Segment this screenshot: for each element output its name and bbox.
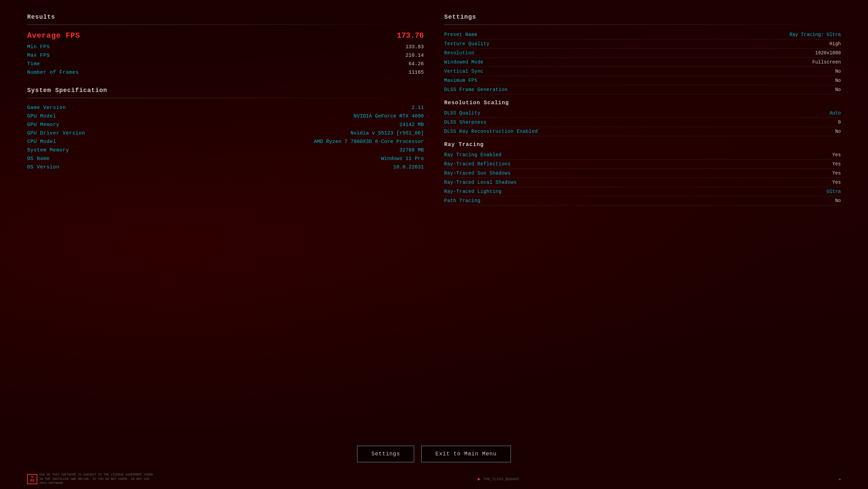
results-title: Results bbox=[27, 14, 424, 20]
average-fps-value: 173.76 bbox=[397, 32, 424, 40]
system-label: GPU Driver Version bbox=[27, 130, 85, 136]
system-label: GPU Model bbox=[27, 113, 56, 119]
ray-tracing-title: Ray Tracing bbox=[444, 142, 841, 148]
ray-tracing-value: Yes bbox=[832, 170, 841, 176]
resolution-value: Auto bbox=[829, 110, 841, 116]
ray-tracing-row: Path Tracing No bbox=[444, 196, 841, 205]
buttons-container: Settings Exit to Main Menu bbox=[0, 435, 868, 469]
system-row: OS Version 10.0.22631 bbox=[27, 163, 424, 171]
system-title: System Specification bbox=[27, 87, 424, 94]
logo-line2: 85 bbox=[30, 479, 34, 483]
settings-button[interactable]: Settings bbox=[357, 446, 414, 463]
results-rows: Min FPS 133.83 Max FPS 210.14 Time 64.26… bbox=[27, 43, 424, 77]
result-label: Time bbox=[27, 61, 40, 67]
settings-preset-row: Texture Quality High bbox=[444, 39, 841, 49]
result-value: 133.83 bbox=[405, 44, 424, 50]
system-rows: Game Version 2.11 GPU Model NVIDIA GeFor… bbox=[27, 104, 424, 171]
ray-tracing-value: Yes bbox=[832, 161, 841, 167]
settings-value: High bbox=[829, 41, 841, 47]
ray-tracing-label: Ray-Traced Local Shadows bbox=[444, 180, 517, 185]
system-value: 10.0.22631 bbox=[393, 164, 424, 170]
settings-preset-row: Maximum FPS No bbox=[444, 76, 841, 85]
ray-tracing-label: Ray Tracing Enabled bbox=[444, 152, 502, 158]
system-row: GPU Memory 24142 MB bbox=[27, 121, 424, 129]
system-label: System Memory bbox=[27, 147, 69, 153]
system-label: CPU Model bbox=[27, 139, 56, 145]
result-label: Max FPS bbox=[27, 53, 50, 58]
settings-value: Fullscreen bbox=[812, 59, 841, 65]
result-row: Min FPS 133.83 bbox=[27, 43, 424, 51]
system-row: GPU Model NVIDIA GeForce RTX 4090 bbox=[27, 112, 424, 121]
benchmark-id: ► TRN_TLCAS_B00095 bbox=[478, 476, 519, 482]
footer-right: ▲ bbox=[838, 477, 841, 481]
settings-label: Resolution bbox=[444, 50, 474, 56]
ray-tracing-row: Ray Tracing Enabled Yes bbox=[444, 150, 841, 160]
settings-preset-row: Windowed Mode Fullscreen bbox=[444, 58, 841, 67]
footer-disclaimer: USE OF THIS SOFTWARE IS SUBJECT TO THE L… bbox=[39, 473, 158, 486]
benchmark-id-text: TRN_TLCAS_B00095 bbox=[483, 477, 519, 481]
footer: V 85 USE OF THIS SOFTWARE IS SUBJECT TO … bbox=[0, 469, 868, 489]
ray-tracing-value: No bbox=[835, 198, 841, 203]
system-row: System Memory 32768 MB bbox=[27, 146, 424, 155]
ray-tracing-label: Ray-Traced Sun Shadows bbox=[444, 170, 511, 176]
ray-tracing-label: Path Tracing bbox=[444, 198, 480, 203]
result-label: Min FPS bbox=[27, 44, 50, 50]
system-label: OS Name bbox=[27, 156, 50, 162]
system-label: GPU Memory bbox=[27, 122, 59, 128]
footer-center: ► TRN_TLCAS_B00095 bbox=[165, 476, 832, 482]
system-label: OS Version bbox=[27, 164, 59, 170]
settings-preset-row: Preset Name Ray Tracing: Ultra bbox=[444, 30, 841, 39]
settings-value: No bbox=[835, 69, 841, 74]
system-value: 2.11 bbox=[412, 105, 424, 111]
settings-value: No bbox=[835, 78, 841, 83]
result-label: Number of Frames bbox=[27, 70, 79, 75]
ray-tracing-row: Ray-Traced Local Shadows Yes bbox=[444, 178, 841, 187]
preset-rows: Preset Name Ray Tracing: Ultra Texture Q… bbox=[444, 30, 841, 94]
result-value: 64.26 bbox=[409, 61, 424, 67]
settings-title: Settings bbox=[444, 14, 841, 20]
ray-tracing-label: Ray-Traced Reflections bbox=[444, 161, 511, 167]
resolution-row: DLSS Sharpness 0 bbox=[444, 118, 841, 127]
ray-tracing-value: Ultra bbox=[827, 189, 841, 194]
result-value: 210.14 bbox=[405, 53, 424, 58]
system-section: System Specification Game Version 2.11 G… bbox=[27, 87, 424, 171]
resolution-row: DLSS Ray Reconstruction Enabled No bbox=[444, 127, 841, 136]
system-value: NVIDIA GeForce RTX 4090 bbox=[354, 113, 424, 119]
settings-preset-row: DLSS Frame Generation No bbox=[444, 85, 841, 94]
ray-tracing-rows: Ray Tracing Enabled Yes Ray-Traced Refle… bbox=[444, 150, 841, 205]
settings-label: Vertical Sync bbox=[444, 69, 484, 74]
settings-value: 1920x1080 bbox=[815, 50, 841, 56]
system-divider bbox=[27, 98, 424, 98]
average-fps-label: Average FPS bbox=[27, 32, 80, 40]
system-row: GPU Driver Version Nvidia v 55123 [r551_… bbox=[27, 129, 424, 138]
ray-tracing-row: Ray-Traced Sun Shadows Yes bbox=[444, 169, 841, 178]
system-row: OS Name Windows 11 Pro bbox=[27, 155, 424, 163]
settings-label: Texture Quality bbox=[444, 41, 490, 47]
results-divider bbox=[27, 24, 424, 25]
resolution-scaling-title: Resolution Scaling bbox=[444, 100, 841, 106]
result-row: Number of Frames 11165 bbox=[27, 68, 424, 77]
resolution-label: DLSS Sharpness bbox=[444, 120, 487, 125]
system-value: AMD Ryzen 7 7800X3D 8-Core Processor bbox=[314, 139, 424, 145]
main-container: Results Average FPS 173.76 Min FPS 133.8… bbox=[0, 0, 868, 435]
resolution-label: DLSS Ray Reconstruction Enabled bbox=[444, 129, 538, 134]
settings-value: No bbox=[835, 87, 841, 92]
ray-tracing-value: Yes bbox=[832, 180, 841, 185]
exit-to-main-menu-button[interactable]: Exit to Main Menu bbox=[421, 446, 511, 463]
settings-preset-row: Vertical Sync No bbox=[444, 67, 841, 76]
ray-tracing-label: Ray-Traced Lighting bbox=[444, 189, 502, 194]
settings-divider bbox=[444, 24, 841, 25]
system-value: Windows 11 Pro bbox=[381, 156, 424, 162]
system-label: Game Version bbox=[27, 105, 66, 111]
result-row: Time 64.26 bbox=[27, 60, 424, 68]
left-panel: Results Average FPS 173.76 Min FPS 133.8… bbox=[27, 14, 424, 429]
results-section: Results Average FPS 173.76 Min FPS 133.8… bbox=[27, 14, 424, 77]
settings-label: Preset Name bbox=[444, 32, 477, 37]
ray-tracing-row: Ray-Traced Lighting Ultra bbox=[444, 187, 841, 196]
settings-label: DLSS Frame Generation bbox=[444, 87, 508, 92]
ray-tracing-row: Ray-Traced Reflections Yes bbox=[444, 160, 841, 169]
system-row: CPU Model AMD Ryzen 7 7800X3D 8-Core Pro… bbox=[27, 138, 424, 146]
resolution-row: DLSS Quality Auto bbox=[444, 109, 841, 118]
right-panel: Settings Preset Name Ray Tracing: Ultra … bbox=[444, 14, 841, 429]
system-value: Nvidia v 55123 [r551_06] bbox=[351, 130, 424, 136]
